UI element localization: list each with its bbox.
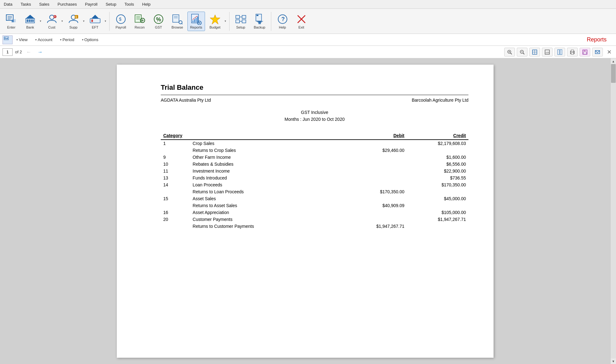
prev-page-btn[interactable]: ← [24,48,33,56]
row-debit [345,154,407,161]
sub-toolbar: ▾ View ▾ Account ▾ Period ▾ Options Repo… [0,34,616,46]
eft-dropdown-arrow[interactable]: ▼ [104,20,107,23]
period-menu-item[interactable]: ▾ Period [60,37,74,42]
menu-tasks[interactable]: Tasks [19,1,32,7]
scroll-thumb[interactable] [611,64,616,83]
row-debit [345,161,407,168]
svg-rect-62 [6,38,7,39]
svg-rect-80 [571,53,574,54]
menu-sales[interactable]: Sales [38,1,51,7]
toolbar-setup-btn[interactable]: Setup [232,12,250,31]
toolbar-payroll-btn[interactable]: $ Payroll [112,12,130,31]
menu-tools[interactable]: Tools [123,1,135,7]
options-menu-item[interactable]: ▾ Options [82,37,99,42]
period-arrow: ▾ [60,38,62,41]
row-credit: $1,947,267.71 [407,216,468,223]
scroll-track[interactable] [611,64,616,358]
bank-dropdown-arrow[interactable]: ▼ [39,20,42,23]
toolbar-bank-btn[interactable]: Bank [21,12,39,31]
zoom-out-btn[interactable] [517,48,527,56]
toolbar-supp-group: $ Supp ▼ [65,12,85,31]
svg-marker-19 [91,15,99,19]
supp-dropdown-arrow[interactable]: ▼ [83,20,85,23]
menu-help[interactable]: Help [141,1,152,7]
row-credit: $22,900.00 [407,168,468,174]
toolbar-browse-btn[interactable]: Browse [169,12,186,31]
row-debit [345,174,407,181]
menu-purchases[interactable]: Purchases [56,1,78,7]
fit-page-btn[interactable] [529,48,540,56]
svg-rect-84 [583,52,586,54]
row-credit [407,202,468,209]
toolbar-reports-btn[interactable]: Reports [187,12,205,31]
eft-label: EFT [92,25,98,29]
page-view-btn[interactable] [554,48,565,56]
budget-dropdown-arrow[interactable]: ▼ [224,20,227,23]
budget-icon [209,13,221,25]
row-debit: $170,350.00 [345,188,407,195]
svg-line-65 [511,53,512,54]
report-divider [161,95,468,95]
zoom-in-btn[interactable] [504,48,515,56]
email-btn[interactable] [592,48,603,56]
svg-marker-45 [210,15,220,24]
toolbar-recon-btn[interactable]: Recon [131,12,149,31]
actual-size-btn[interactable]: 100 [542,48,553,56]
scroll-up-arrow[interactable]: ▲ [611,58,616,64]
toolbar-cust-btn[interactable]: + Cust [43,12,61,31]
eft-icon [89,13,101,25]
menu-setup[interactable]: Setup [104,1,117,7]
row-number: 10 [161,161,190,168]
row-number [161,223,190,230]
view-menu-item[interactable]: ▾ View [16,37,28,42]
page-number-input[interactable] [3,48,13,56]
next-page-btn[interactable]: → [36,48,45,56]
svg-text:+: + [54,15,56,18]
scroll-down-arrow[interactable]: ▼ [611,358,616,364]
svg-rect-61 [5,37,5,39]
row-number: 20 [161,216,190,223]
row-credit: $2,179,608.03 [407,140,468,147]
table-row: Returns to Asset Sales$40,909.09 [161,202,468,209]
row-number: 11 [161,168,190,174]
account-label: Account [38,37,52,42]
company-right: Barcoolah Agriculture Pty Ltd [412,98,468,103]
toolbar-help-btn[interactable]: ? Help [274,12,291,31]
close-report-btn[interactable]: ✕ [605,48,613,56]
print-btn[interactable] [567,48,578,56]
menu-data[interactable]: Data [3,1,14,7]
col-header-credit: Credit [407,132,468,140]
table-row: 14Loan Proceeds$170,350.00 [161,181,468,188]
svg-rect-46 [236,15,240,19]
toolbar-backup-btn[interactable]: Backup [251,12,268,31]
right-scrollbar[interactable]: ▲ ▼ [610,58,616,364]
trial-balance-table: Category Debit Credit 1Crop Sales$2,179,… [161,132,468,230]
table-row: 11Investment Income$22,900.00 [161,168,468,174]
save-btn[interactable] [580,48,590,56]
menu-payroll[interactable]: Payroll [84,1,99,7]
svg-rect-47 [236,20,240,23]
nav-bar: of 2 ← → 100 ✕ [0,46,616,58]
reports-page-label: Reports [587,36,607,43]
main-area: Trial Balance AGDATA Australia Pty Ltd B… [0,58,616,364]
toolbar-eft-btn[interactable]: EFT [86,12,104,31]
row-credit: $105,000.00 [407,209,468,216]
row-number: 1 [161,140,190,147]
toolbar-supp-btn[interactable]: $ Supp [65,12,82,31]
toolbar-budget-btn[interactable]: Budget [206,12,224,31]
table-row: 1Crop Sales$2,179,608.03 [161,140,468,147]
bank-label: Bank [26,25,34,29]
row-credit: $6,556.00 [407,161,468,168]
cust-dropdown-arrow[interactable]: ▼ [61,20,63,23]
toolbar-gst-btn[interactable]: % GST [150,12,167,31]
browse-label: Browse [171,25,183,29]
recon-label: Recon [135,25,145,29]
toolbar-exit-btn[interactable]: Exit [293,12,310,31]
payroll-icon: $ [115,13,127,25]
options-label: Options [84,37,99,42]
report-subtitle: GST Inclusive Months : Jun 2020 to Oct 2… [161,109,468,123]
row-name: Returns to Crop Sales [190,147,345,154]
toolbar-enter-btn[interactable]: ▦ Enter [3,12,20,31]
account-menu-item[interactable]: ▾ Account [35,37,52,42]
nav-tools: 100 ✕ [504,48,613,56]
